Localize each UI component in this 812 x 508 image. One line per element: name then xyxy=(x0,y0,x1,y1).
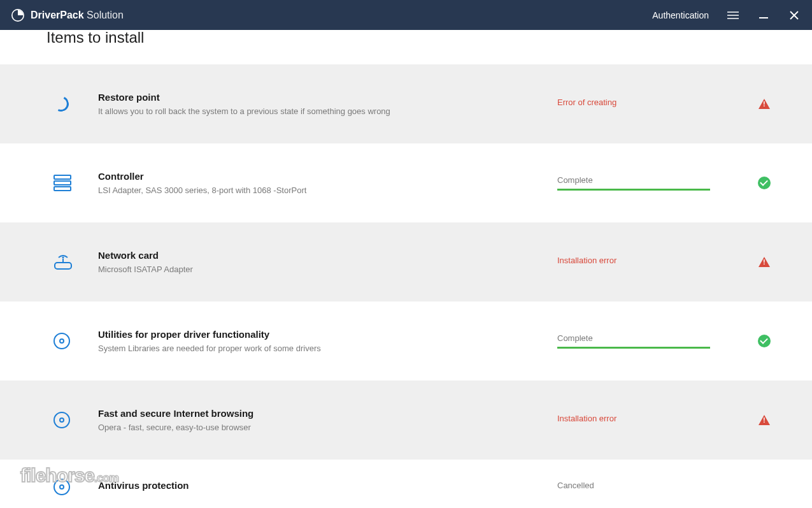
progress-bar xyxy=(557,189,710,191)
row-subtitle: LSI Adapter, SAS 3000 series, 8-port wit… xyxy=(98,185,557,195)
status-text: Complete xyxy=(557,175,748,185)
svg-rect-9 xyxy=(54,187,71,191)
install-row-browser: Fast and secure Internet browsing Opera … xyxy=(0,381,812,460)
row-subtitle: Opera - fast, secure, easy-to-use browse… xyxy=(98,423,557,432)
content: Items to install Restore point It allows… xyxy=(0,30,812,508)
status-text: Installation error xyxy=(557,414,748,423)
checkmark-icon xyxy=(748,177,780,189)
logo: DriverPack Solution xyxy=(11,9,124,22)
page-title: Items to install xyxy=(0,30,812,64)
row-subtitle: Microsoft ISATAP Adapter xyxy=(98,265,557,274)
authentication-link[interactable]: Authentication xyxy=(652,10,709,20)
svg-point-18 xyxy=(60,485,64,489)
svg-point-14 xyxy=(60,339,64,343)
install-row-antivirus: Antivirus protection Cancelled xyxy=(0,460,812,508)
controller-icon xyxy=(53,175,98,191)
svg-point-13 xyxy=(54,333,69,349)
status-text: Cancelled xyxy=(557,481,748,490)
row-title: Controller xyxy=(98,171,557,182)
status-text: Error of creating xyxy=(557,98,748,107)
row-title: Network card xyxy=(98,250,557,261)
titlebar: DriverPack Solution Authentication xyxy=(0,0,812,30)
warning-icon xyxy=(748,257,780,267)
row-title: Restore point xyxy=(98,92,557,103)
spinner-icon xyxy=(53,96,98,112)
svg-point-12 xyxy=(62,257,64,259)
status-text: Installation error xyxy=(557,256,748,265)
svg-rect-8 xyxy=(54,181,71,185)
install-row-utilities: Utilities for proper driver functionalit… xyxy=(0,301,812,381)
menu-icon[interactable] xyxy=(727,9,739,22)
install-row-controller: Controller LSI Adapter, SAS 3000 series,… xyxy=(0,143,812,222)
brand-bold: DriverPack xyxy=(31,10,84,20)
svg-point-16 xyxy=(60,418,64,422)
status-text: Complete xyxy=(557,333,748,343)
brand-text: DriverPack Solution xyxy=(31,10,124,21)
disc-icon xyxy=(53,333,98,349)
svg-point-15 xyxy=(54,412,69,428)
install-row-restore-point: Restore point It allows you to roll back… xyxy=(0,64,812,143)
row-title: Antivirus protection xyxy=(98,480,557,491)
row-title: Fast and secure Internet browsing xyxy=(98,408,557,419)
disc-icon xyxy=(53,479,98,495)
svg-rect-7 xyxy=(54,175,71,179)
titlebar-right: Authentication xyxy=(652,9,801,22)
svg-rect-10 xyxy=(55,263,71,269)
minimize-icon[interactable] xyxy=(757,9,770,22)
svg-point-17 xyxy=(54,479,69,495)
warning-icon xyxy=(748,99,780,109)
disc-icon xyxy=(53,412,98,428)
row-subtitle: It allows you to roll back the system to… xyxy=(98,106,557,116)
network-icon xyxy=(53,254,98,270)
warning-icon xyxy=(748,415,780,425)
brand-light: Solution xyxy=(87,10,124,20)
install-row-network-card: Network card Microsoft ISATAP Adapter In… xyxy=(0,222,812,301)
logo-icon xyxy=(11,9,24,22)
close-icon[interactable] xyxy=(788,9,801,22)
progress-bar xyxy=(557,347,710,349)
checkmark-icon xyxy=(748,335,780,347)
row-title: Utilities for proper driver functionalit… xyxy=(98,329,557,340)
row-subtitle: System Libraries are needed for proper w… xyxy=(98,344,557,353)
